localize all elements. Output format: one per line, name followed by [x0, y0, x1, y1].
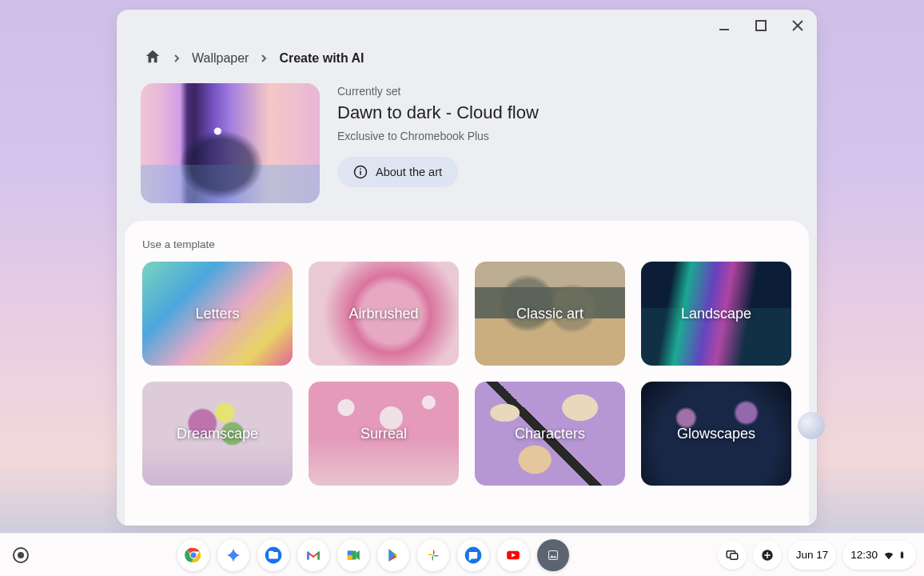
shelf-overview-button[interactable]	[718, 541, 747, 570]
svg-rect-15	[317, 551, 319, 559]
shelf-time-text: 12:30	[850, 549, 878, 561]
about-the-art-button[interactable]: About the art	[337, 157, 458, 187]
minimize-button[interactable]	[713, 14, 735, 37]
template-label: Classic art	[516, 306, 583, 322]
template-dreamscape[interactable]: Dreamscape	[142, 382, 293, 486]
templates-panel: Use a template Letters Airbrushed Classi…	[125, 221, 809, 526]
current-wallpaper-subtitle: Exclusive to Chromebook Plus	[337, 130, 793, 142]
breadcrumb-wallpaper[interactable]: Wallpaper	[192, 51, 249, 66]
shelf-apps	[177, 539, 569, 571]
template-landscape[interactable]: Landscape	[641, 262, 791, 366]
messages-icon[interactable]	[457, 539, 489, 571]
youtube-icon[interactable]	[497, 539, 529, 571]
current-wallpaper-title: Dawn to dark - Cloud flow	[337, 102, 793, 123]
templates-grid: Letters Airbrushed Classic art Landscape…	[142, 262, 791, 486]
info-icon	[353, 165, 368, 179]
template-classic-art[interactable]: Classic art	[475, 262, 625, 366]
svg-rect-14	[307, 551, 309, 559]
svg-rect-26	[902, 551, 903, 552]
template-label: Airbrushed	[348, 306, 418, 322]
template-label: Letters	[195, 306, 239, 322]
files-icon[interactable]	[257, 539, 289, 571]
maximize-button[interactable]	[750, 14, 772, 37]
about-the-art-label: About the art	[376, 166, 442, 178]
shelf-date-text: Jun 17	[796, 549, 829, 561]
breadcrumb-current: Create with AI	[279, 51, 364, 66]
play-store-icon[interactable]	[377, 539, 409, 571]
template-label: Characters	[515, 426, 585, 442]
shelf-add-button[interactable]	[753, 541, 782, 570]
gemini-icon[interactable]	[217, 539, 249, 571]
svg-rect-18	[348, 555, 352, 559]
template-airbrushed[interactable]: Airbrushed	[309, 262, 459, 366]
template-characters[interactable]: Characters	[475, 382, 625, 486]
template-label: Dreamscape	[177, 426, 258, 442]
svg-rect-5	[360, 171, 361, 175]
status-area: Jun 17 12:30	[718, 541, 916, 570]
wifi-icon	[882, 549, 895, 562]
svg-rect-1	[756, 21, 766, 30]
launcher-button[interactable]	[13, 547, 29, 563]
wallpaper-app-icon[interactable]	[537, 539, 569, 571]
close-button[interactable]	[787, 14, 809, 37]
current-wallpaper-preview[interactable]	[141, 83, 320, 203]
template-label: Landscape	[681, 306, 751, 322]
shelf-date[interactable]: Jun 17	[788, 541, 837, 570]
home-icon[interactable]	[144, 48, 161, 69]
currently-set-label: Currently set	[337, 85, 793, 98]
svg-rect-12	[269, 550, 273, 553]
template-glowscapes[interactable]: Glowscapes	[641, 382, 791, 486]
battery-icon	[900, 549, 908, 562]
breadcrumb: Wallpaper Create with AI	[117, 42, 817, 83]
gmail-icon[interactable]	[297, 539, 329, 571]
svg-rect-17	[348, 550, 352, 554]
svg-rect-25	[901, 552, 903, 558]
chevron-right-icon	[173, 51, 181, 66]
template-surreal[interactable]: Surreal	[309, 382, 459, 486]
current-wallpaper-info: Currently set Dawn to dark - Cloud flow …	[337, 83, 793, 203]
svg-rect-23	[730, 553, 737, 559]
photos-icon[interactable]	[417, 539, 449, 571]
template-label: Glowscapes	[677, 426, 755, 442]
templates-heading: Use a template	[142, 238, 791, 250]
chevron-right-icon	[260, 51, 268, 66]
svg-rect-6	[360, 169, 361, 170]
window-titlebar	[117, 10, 817, 42]
currently-set-section: Currently set Dawn to dark - Cloud flow …	[117, 83, 817, 221]
template-letters[interactable]: Letters	[142, 262, 293, 366]
status-tray[interactable]: 12:30	[842, 541, 916, 570]
shelf: Jun 17 12:30	[0, 533, 924, 576]
meet-icon[interactable]	[337, 539, 369, 571]
svg-rect-21	[548, 550, 557, 559]
template-label: Surreal	[360, 426, 407, 442]
scroll-indicator[interactable]	[798, 412, 825, 439]
wallpaper-settings-window: Wallpaper Create with AI Currently set D…	[117, 10, 817, 526]
chrome-icon[interactable]	[177, 539, 209, 571]
